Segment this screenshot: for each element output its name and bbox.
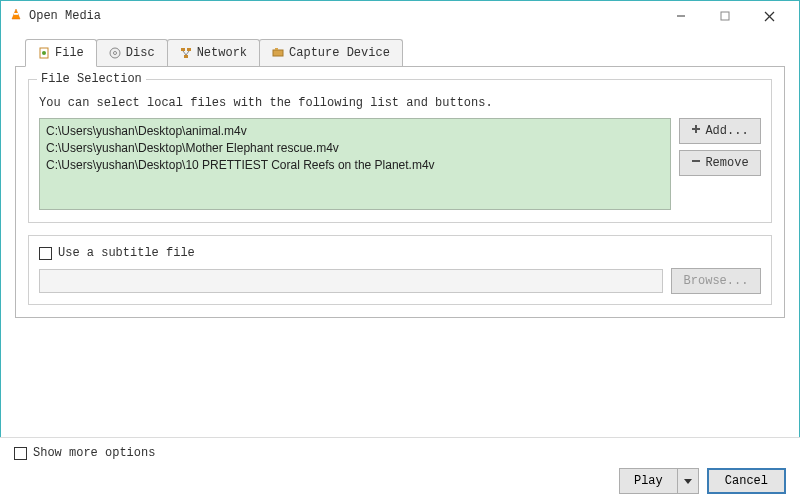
file-selection-help: You can select local files with the foll… bbox=[39, 96, 761, 110]
svg-marker-20 bbox=[684, 479, 692, 484]
list-item[interactable]: C:\Users\yushan\Desktop\animal.m4v bbox=[46, 123, 664, 140]
tab-label: Disc bbox=[126, 46, 155, 60]
app-icon bbox=[9, 8, 23, 25]
network-icon bbox=[180, 47, 192, 59]
list-item[interactable]: C:\Users\yushan\Desktop\Mother Elephant … bbox=[46, 140, 664, 157]
browse-label: Browse... bbox=[684, 274, 749, 288]
file-selection-legend: File Selection bbox=[37, 72, 146, 86]
svg-point-9 bbox=[113, 52, 116, 55]
tab-panel: File Selection You can select local file… bbox=[15, 66, 785, 318]
list-item[interactable]: C:\Users\yushan\Desktop\10 PRETTIEST Cor… bbox=[46, 157, 664, 174]
svg-rect-1 bbox=[14, 13, 18, 15]
add-button[interactable]: Add... bbox=[679, 118, 761, 144]
tab-label: Capture Device bbox=[289, 46, 390, 60]
tab-network[interactable]: Network bbox=[167, 39, 260, 66]
tab-disc[interactable]: Disc bbox=[96, 39, 168, 66]
tab-label: File bbox=[55, 46, 84, 60]
svg-rect-16 bbox=[275, 48, 278, 50]
cancel-button[interactable]: Cancel bbox=[707, 468, 786, 494]
remove-label: Remove bbox=[705, 156, 748, 170]
window-controls bbox=[659, 2, 791, 30]
capture-icon bbox=[272, 47, 284, 59]
subtitle-path-input bbox=[39, 269, 663, 293]
close-button[interactable] bbox=[747, 2, 791, 30]
add-label: Add... bbox=[705, 124, 748, 138]
minus-icon bbox=[691, 156, 701, 170]
svg-point-7 bbox=[42, 51, 46, 55]
file-list[interactable]: C:\Users\yushan\Desktop\animal.m4v C:\Us… bbox=[39, 118, 671, 210]
svg-rect-15 bbox=[273, 50, 283, 56]
tab-label: Network bbox=[197, 46, 247, 60]
subtitle-section: Use a subtitle file Browse... bbox=[28, 235, 772, 305]
svg-rect-12 bbox=[184, 55, 188, 58]
disc-icon bbox=[109, 47, 121, 59]
show-more-options-checkbox[interactable] bbox=[14, 447, 27, 460]
file-icon bbox=[38, 47, 50, 59]
play-button[interactable]: Play bbox=[619, 468, 699, 494]
bottom-bar: Show more options Play Cancel bbox=[0, 437, 800, 504]
window-title: Open Media bbox=[29, 9, 659, 23]
svg-line-13 bbox=[183, 51, 186, 55]
tab-capture-device[interactable]: Capture Device bbox=[259, 39, 403, 66]
maximize-button[interactable] bbox=[703, 2, 747, 30]
content-area: File Disc Network Capture Device File Se… bbox=[1, 31, 799, 318]
show-more-options-label: Show more options bbox=[33, 446, 155, 460]
svg-rect-11 bbox=[187, 48, 191, 51]
chevron-down-icon bbox=[684, 474, 692, 488]
use-subtitle-label: Use a subtitle file bbox=[58, 246, 195, 260]
play-dropdown[interactable] bbox=[678, 468, 699, 494]
browse-button[interactable]: Browse... bbox=[671, 268, 761, 294]
minimize-button[interactable] bbox=[659, 2, 703, 30]
tab-bar: File Disc Network Capture Device bbox=[25, 39, 785, 66]
plus-icon bbox=[691, 124, 701, 138]
remove-button[interactable]: Remove bbox=[679, 150, 761, 176]
titlebar: Open Media bbox=[1, 1, 799, 31]
play-label: Play bbox=[619, 468, 678, 494]
file-selection-fieldset: File Selection You can select local file… bbox=[28, 79, 772, 223]
svg-line-14 bbox=[186, 51, 189, 55]
tab-file[interactable]: File bbox=[25, 39, 97, 67]
cancel-label: Cancel bbox=[725, 474, 768, 488]
use-subtitle-checkbox[interactable] bbox=[39, 247, 52, 260]
svg-rect-10 bbox=[181, 48, 185, 51]
svg-rect-3 bbox=[721, 12, 729, 20]
